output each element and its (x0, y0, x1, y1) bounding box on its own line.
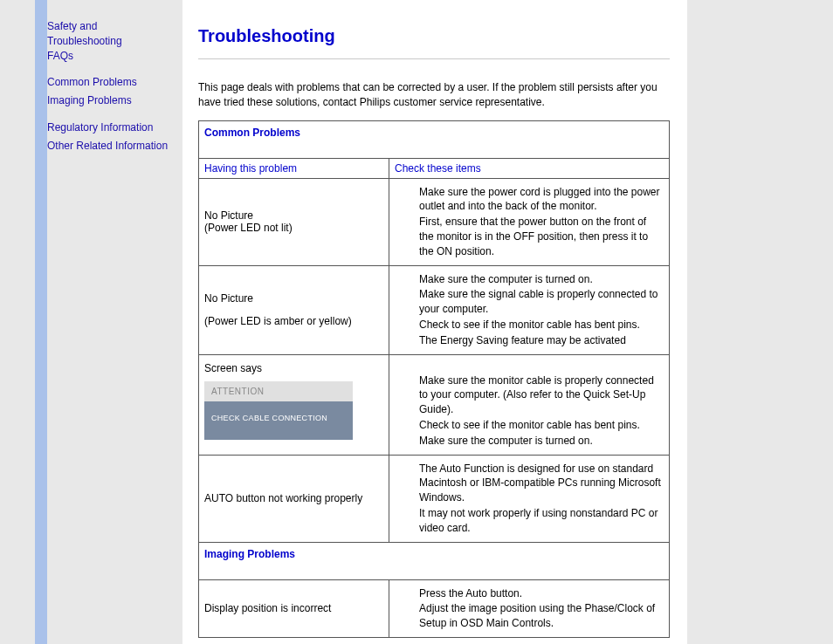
check-cell: Make sure the computer is turned on. Mak… (389, 265, 670, 354)
divider (198, 58, 670, 59)
problem-cell: AUTO button not working properly (199, 455, 389, 542)
intro-paragraph: This page deals with problems that can b… (198, 80, 670, 110)
sidebar-link-imaging-problems[interactable]: Imaging Problems (47, 93, 182, 108)
page-title: Troubleshooting (198, 26, 670, 46)
problem-cell: No Picture (Power LED is amber or yellow… (199, 265, 389, 354)
sidebar-link-safety[interactable]: Safety and Troubleshooting FAQs (47, 19, 182, 63)
text: Troubleshooting (47, 35, 122, 47)
check-cell: Make sure the monitor cable is properly … (389, 354, 670, 455)
sidebar-link-common-problems[interactable]: Common Problems (47, 75, 182, 90)
problem-text: (Power LED not lit) (204, 222, 383, 234)
section-header-common: Common Problems (199, 120, 670, 158)
troubleshooting-table: Common Problems Having this problem Chec… (198, 120, 670, 638)
check-cell: Press the Auto button. Adjust the image … (389, 579, 670, 637)
check-cell: The Auto Function is designed for use on… (389, 455, 670, 542)
sidebar-link-regulatory[interactable]: Regulatory Information (47, 120, 182, 135)
problem-text: Display position is incorrect (204, 602, 383, 614)
check-item: The Auto Function is designed for use on… (419, 462, 664, 505)
check-item: The Energy Saving feature may be activat… (419, 333, 664, 348)
check-item: Make sure the power cord is plugged into… (419, 185, 664, 215)
text: Safety and (47, 20, 97, 32)
sidebar-link-other-related[interactable]: Other Related Information (47, 139, 182, 154)
check-item: Adjust the image position using the Phas… (419, 601, 664, 631)
check-cell: Make sure the power cord is plugged into… (389, 178, 670, 265)
check-item: Make sure the computer is turned on. (419, 434, 664, 449)
problem-cell: Display position is incorrect (199, 579, 389, 637)
osd-title: ATTENTION (204, 381, 353, 401)
check-item: Check to see if the monitor cable has be… (419, 418, 664, 433)
check-item: It may not work properly if using nonsta… (419, 506, 664, 536)
sidebar-nav: Safety and Troubleshooting FAQs Common P… (47, 0, 182, 644)
section-header-imaging: Imaging Problems (199, 542, 670, 579)
text: FAQs (47, 50, 73, 62)
problem-text: AUTO button not working properly (204, 492, 383, 504)
problem-text: (Power LED is amber or yellow) (204, 315, 383, 327)
check-item: Make sure the computer is turned on. (419, 272, 664, 287)
column-header-check: Check these items (389, 158, 670, 178)
osd-message-box: ATTENTION CHECK CABLE CONNECTION (204, 381, 353, 440)
column-header-problem: Having this problem (199, 158, 389, 178)
problem-cell: No Picture (Power LED not lit) (199, 178, 389, 265)
decorative-left-bar (35, 0, 47, 644)
check-item: First, ensure that the power button on t… (419, 215, 664, 258)
check-item: Make sure the monitor cable is properly … (419, 373, 664, 417)
problem-cell: Screen says ATTENTION CHECK CABLE CONNEC… (199, 354, 389, 455)
osd-body: CHECK CABLE CONNECTION (204, 401, 353, 440)
problem-text: No Picture (204, 292, 383, 305)
problem-text: Screen says (204, 362, 383, 374)
check-item: Press the Auto button. (419, 586, 664, 601)
check-item: Make sure the signal cable is properly c… (419, 287, 664, 317)
main-content: Troubleshooting This page deals with pro… (182, 0, 687, 644)
check-item: Check to see if the monitor cable has be… (419, 318, 664, 332)
problem-text: No Picture (204, 209, 383, 222)
